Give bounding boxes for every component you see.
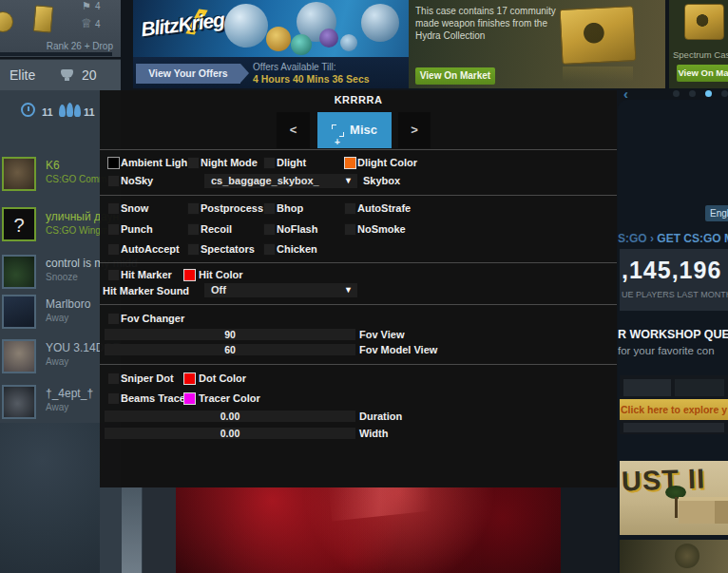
workshop-thumb	[675, 379, 724, 396]
sticker-capsule-art	[224, 4, 268, 48]
tab-misc[interactable]: + Misc	[317, 112, 392, 148]
noflash-checkbox[interactable]	[263, 223, 276, 236]
recoil-checkbox[interactable]	[187, 223, 200, 236]
esports-crowd-image[interactable]	[176, 487, 561, 573]
view-offers-button[interactable]: View Your Offers	[136, 64, 240, 84]
tracer-color-swatch[interactable]	[183, 392, 196, 405]
flag-icon: ⚑	[82, 0, 91, 12]
language-button[interactable]: Engl	[705, 205, 728, 221]
breadcrumb: S:GO › GET CS:GO M	[618, 232, 728, 245]
breadcrumb-csgo-link[interactable]: S:GO	[618, 232, 647, 245]
shade-art	[143, 487, 176, 573]
hit-marker-checkbox[interactable]	[107, 269, 120, 281]
avatar	[2, 295, 36, 329]
avatar	[2, 385, 36, 419]
trophy-icon	[61, 69, 73, 78]
nosky-checkbox[interactable]	[107, 175, 120, 187]
hit-color-swatch[interactable]	[183, 269, 196, 281]
nosmoke-checkbox[interactable]	[344, 223, 356, 236]
tab-prev-button[interactable]: <	[277, 112, 310, 148]
dropdown-arrow-icon: ▼	[344, 174, 353, 188]
trophy-count: 20	[82, 67, 97, 83]
friend-name: K6	[46, 159, 60, 172]
dlight-color-swatch[interactable]	[344, 157, 356, 169]
postprocess-label: Postprocess	[201, 202, 263, 215]
sticker-art	[340, 34, 357, 51]
dust2-label: UST II	[621, 463, 705, 497]
snow-checkbox[interactable]	[107, 202, 120, 215]
offers-timer: 4 Hours 40 Mins 36 Secs	[253, 73, 370, 85]
punch-checkbox[interactable]	[107, 223, 120, 236]
noflash-label: NoFlash	[277, 223, 317, 236]
hit-marker-label: Hit Marker	[121, 269, 172, 281]
spectators-checkbox[interactable]	[187, 243, 200, 256]
friend-status: Snooze	[46, 272, 78, 282]
spectrum-case-banner[interactable]: Spectrum Case View On Ma	[669, 0, 728, 88]
store-page-panel: Engl S:GO › GET CS:GO M ,145,196 UE PLAY…	[618, 100, 728, 573]
carousel-dot[interactable]	[673, 90, 680, 97]
autostrafe-checkbox[interactable]	[344, 202, 356, 215]
friends-online-icon[interactable]	[59, 103, 81, 117]
hit-marker-sound-label: Hit Marker Sound	[103, 285, 189, 297]
friend-status: Away	[46, 402, 68, 412]
explore-workshop-banner[interactable]: Click here to explore y	[620, 399, 728, 420]
recoil-label: Recoil	[201, 223, 232, 236]
light-pillar-art	[122, 487, 142, 573]
friend-name: †_4ept_†	[46, 387, 93, 400]
friend-status: Away	[46, 313, 68, 323]
dust2-map-tile[interactable]: UST II	[620, 461, 728, 535]
chicken-checkbox[interactable]	[263, 243, 276, 256]
breadcrumb-get-csgo-link[interactable]: GET CS:GO M	[657, 232, 728, 245]
sticker-capsule-art	[361, 4, 399, 42]
autostrafe-label: AutoStrafe	[357, 202, 411, 215]
nosmoke-label: NoSmoke	[357, 223, 406, 236]
weapon-case-art	[560, 6, 637, 65]
background-gap	[561, 487, 618, 573]
bhop-checkbox[interactable]	[263, 202, 276, 215]
dlight-checkbox[interactable]	[263, 157, 276, 169]
fov-changer-checkbox[interactable]	[107, 313, 120, 325]
cheat-menu: KRRRRA < + Misc > Ambient Light Night Mo…	[100, 90, 617, 487]
duration-label: Duration	[359, 411, 402, 423]
csgo-screen: ⚑ 4 ♕ 4 Rank 26 + Drop Elite 20 11 11 K6…	[0, 0, 728, 573]
postprocess-checkbox[interactable]	[187, 202, 200, 215]
avatar	[2, 339, 36, 373]
dlight-label: Dlight	[277, 157, 306, 169]
autoaccept-checkbox[interactable]	[107, 243, 120, 256]
recent-players-icon[interactable]	[21, 103, 35, 117]
dot-color-swatch[interactable]	[183, 372, 196, 385]
workshop-queue-image[interactable]: Click here to explore y	[620, 375, 728, 434]
beams-tracer-label: Beams Tracer	[121, 392, 189, 405]
skybox-combobox[interactable]: cs_baggage_skybox_ ▼	[204, 174, 357, 188]
beams-tracer-checkbox[interactable]	[107, 392, 120, 405]
tab-misc-label: Misc	[350, 112, 377, 148]
fov-model-view-slider[interactable]: 60	[105, 344, 355, 355]
skybox-label: Skybox	[363, 175, 400, 187]
autoaccept-label: AutoAccept	[121, 243, 180, 256]
view-market-button[interactable]: View On Ma	[677, 65, 728, 82]
elite-rank-row[interactable]: Elite 20	[0, 59, 121, 90]
ambient-light-swatch[interactable]	[107, 157, 120, 169]
view-market-button[interactable]: View On Market	[415, 67, 495, 85]
night-mode-checkbox[interactable]	[187, 157, 200, 169]
fov-view-slider[interactable]: 90	[105, 329, 355, 340]
rank-progress-bar	[0, 52, 112, 56]
carousel-dot[interactable]	[721, 90, 728, 97]
blitzkrieg-logo: BlitzKrieg	[140, 9, 225, 42]
width-slider[interactable]: 0.00	[105, 428, 355, 439]
duration-slider[interactable]: 0.00	[105, 411, 355, 422]
rank-text: Rank 26 + Drop	[0, 41, 113, 51]
recent-players-count: 11	[42, 106, 53, 118]
carousel-dot[interactable]	[689, 90, 696, 97]
soldier-art-tile[interactable]	[620, 540, 728, 573]
tab-next-button[interactable]: >	[398, 112, 431, 148]
sniper-dot-checkbox[interactable]	[107, 372, 120, 385]
workshop-title: R WORKSHOP QUEUE	[618, 328, 728, 341]
skybox-value: cs_baggage_skybox_	[211, 175, 319, 186]
hydra-case-banner[interactable]: This case contains 17 community made wea…	[409, 0, 665, 88]
carousel-dot-active[interactable]	[705, 90, 712, 97]
hit-marker-sound-combobox[interactable]: Off ▼	[204, 283, 357, 297]
blitzkrieg-banner[interactable]: BlitzKrieg View Your Offers Offers Avail…	[133, 0, 409, 88]
chevron-right-icon: ›	[650, 232, 654, 245]
player-stats-box: ,145,196 UE PLAYERS LAST MONTH	[620, 249, 728, 311]
